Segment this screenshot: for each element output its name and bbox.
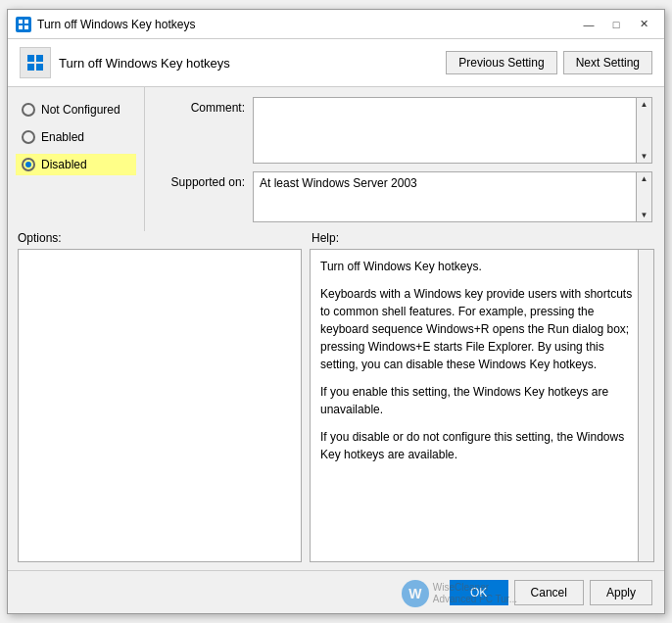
svg-rect-6	[27, 64, 34, 71]
footer: W WiseCleaner Advanced PC Tur... OK Canc…	[8, 570, 664, 613]
supported-value: At least Windows Server 2003	[260, 176, 417, 190]
comment-scrollbar[interactable]: ▲ ▼	[636, 98, 651, 163]
svg-rect-0	[19, 20, 23, 24]
svg-rect-2	[19, 25, 23, 29]
help-section-label: Help:	[312, 231, 654, 245]
help-panel: Turn off Windows Key hotkeys. Keyboards …	[310, 249, 654, 562]
minimize-button[interactable]: —	[576, 14, 601, 35]
radio-circle-enabled	[22, 130, 35, 144]
svg-rect-7	[36, 64, 43, 71]
supported-scroll-down-icon[interactable]: ▼	[641, 211, 648, 219]
watermark-line2: Advanced PC Tur...	[433, 594, 517, 605]
right-panel: Comment: ▲ ▼ Supported on: At least Wind…	[145, 87, 664, 231]
next-setting-button[interactable]: Next Setting	[563, 51, 652, 74]
left-panel: Not Configured Enabled Disabled	[8, 87, 145, 231]
help-p1: Turn off Windows Key hotkeys.	[320, 258, 644, 275]
supported-scrollbar[interactable]: ▲ ▼	[636, 172, 651, 221]
section-labels: Options: Help:	[18, 231, 654, 245]
supported-box: At least Windows Server 2003 ▲ ▼	[253, 171, 652, 222]
radio-enabled[interactable]: Enabled	[16, 126, 136, 148]
comment-label: Comment:	[157, 97, 245, 115]
window-icon	[16, 17, 31, 32]
radio-not-configured[interactable]: Not Configured	[16, 99, 136, 120]
radio-disabled[interactable]: Disabled	[16, 154, 136, 175]
apply-button[interactable]: Apply	[590, 580, 652, 605]
radio-label-disabled: Disabled	[41, 158, 87, 171]
header-left: Turn off Windows Key hotkeys	[20, 47, 230, 78]
radio-circle-not-configured	[22, 103, 35, 117]
bottom-section: Options: Help: Turn off Windows Key hotk…	[8, 231, 664, 570]
previous-setting-button[interactable]: Previous Setting	[446, 51, 556, 74]
radio-label-enabled: Enabled	[41, 130, 84, 144]
svg-rect-4	[27, 55, 34, 62]
header-icon	[20, 47, 51, 78]
options-section-label: Options:	[18, 231, 312, 245]
help-scrollbar[interactable]	[638, 250, 653, 561]
svg-rect-3	[24, 25, 28, 29]
help-text: Turn off Windows Key hotkeys. Keyboards …	[320, 258, 644, 463]
header-bar: Turn off Windows Key hotkeys Previous Se…	[8, 39, 664, 87]
watermark-letter: W	[408, 586, 421, 601]
svg-rect-5	[36, 55, 43, 62]
cancel-button[interactable]: Cancel	[514, 580, 584, 605]
watermark-logo: W	[402, 580, 429, 607]
panels-row: Turn off Windows Key hotkeys. Keyboards …	[18, 249, 654, 562]
radio-circle-disabled	[22, 158, 35, 171]
close-button[interactable]: ✕	[631, 14, 656, 35]
supported-scroll-up-icon[interactable]: ▲	[641, 174, 648, 183]
comment-row: Comment: ▲ ▼	[157, 97, 652, 164]
header-buttons: Previous Setting Next Setting	[446, 51, 652, 74]
main-content: Not Configured Enabled Disabled Comment:…	[8, 87, 664, 231]
watermark-text: WiseCleaner Advanced PC Tur...	[433, 582, 517, 605]
scroll-down-icon[interactable]: ▼	[641, 152, 648, 161]
maximize-button[interactable]: □	[603, 14, 629, 35]
header-title: Turn off Windows Key hotkeys	[59, 56, 230, 71]
title-bar-controls: — □ ✕	[576, 14, 656, 35]
help-p4: If you disable or do not configure this …	[320, 428, 644, 463]
watermark-line1: WiseCleaner	[433, 582, 517, 594]
radio-label-not-configured: Not Configured	[41, 103, 120, 117]
help-p3: If you enable this setting, the Windows …	[320, 383, 644, 418]
svg-rect-1	[24, 20, 28, 24]
title-bar-text: Turn off Windows Key hotkeys	[37, 18, 576, 31]
watermark: W WiseCleaner Advanced PC Tur...	[402, 580, 517, 607]
help-p2: Keyboards with a Windows key provide use…	[320, 285, 644, 373]
options-panel	[18, 249, 302, 562]
supported-row: Supported on: At least Windows Server 20…	[157, 171, 652, 222]
supported-label: Supported on:	[157, 171, 245, 189]
comment-textarea[interactable]: ▲ ▼	[253, 97, 652, 164]
scroll-up-icon[interactable]: ▲	[641, 100, 648, 109]
main-window: Turn off Windows Key hotkeys — □ ✕ Turn …	[7, 9, 665, 614]
title-bar: Turn off Windows Key hotkeys — □ ✕	[8, 10, 664, 39]
